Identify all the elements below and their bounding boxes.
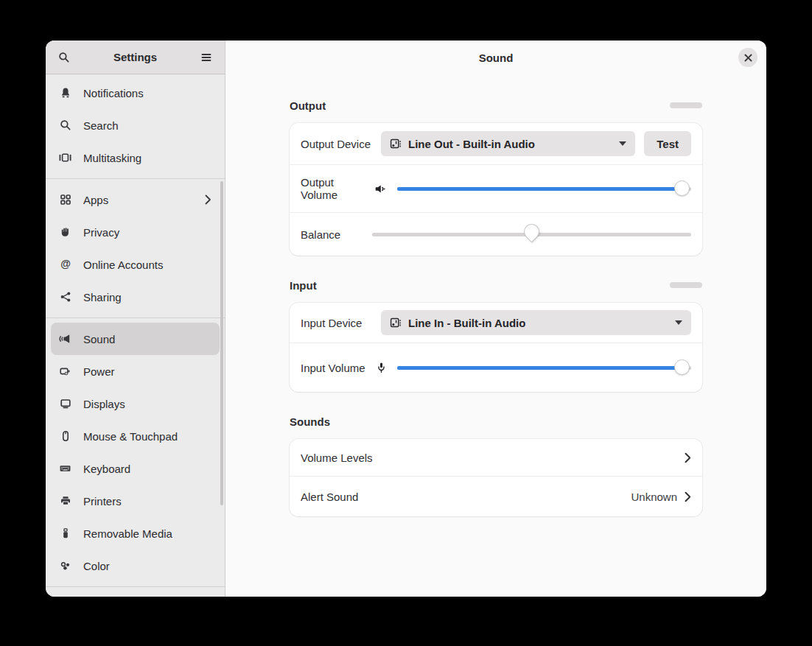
input-device-label: Input Device: [301, 317, 372, 329]
test-button[interactable]: Test: [644, 131, 691, 156]
printer-icon: [59, 495, 71, 508]
color-circles-icon: [59, 560, 71, 572]
close-window-button[interactable]: [738, 48, 757, 67]
sound-settings-content: Output Output Device Line Out - Built-in…: [225, 74, 766, 597]
sidebar-separator: [46, 586, 225, 587]
balance-slider[interactable]: [372, 225, 691, 244]
sidebar-list: Notifications Search Multitasking Ap: [46, 74, 225, 597]
sidebar-item-label: Apps: [83, 194, 193, 206]
at-sign-icon: @: [59, 259, 71, 271]
search-button[interactable]: [53, 46, 75, 69]
bell-icon: [59, 87, 71, 99]
output-device-dropdown[interactable]: Line Out - Built-in Audio: [381, 131, 635, 156]
page-title: Sound: [479, 52, 514, 64]
input-volume-slider[interactable]: [397, 358, 691, 377]
output-volume-slider[interactable]: [397, 179, 691, 198]
sidebar-item-color[interactable]: Color: [51, 550, 220, 582]
sidebar-item-apps[interactable]: Apps: [51, 183, 220, 216]
volume-levels-row[interactable]: Volume Levels: [290, 439, 702, 476]
slider-fill: [397, 366, 682, 370]
input-device-dropdown[interactable]: Line In - Built-in Audio: [381, 310, 691, 335]
sidebar-item-search[interactable]: Search: [51, 109, 220, 141]
audio-card-icon: [390, 138, 402, 150]
sounds-card: Volume Levels Alert Sound Unknown: [290, 439, 702, 516]
slider-fill: [397, 187, 682, 191]
settings-window: Settings Notifications Search: [46, 41, 766, 597]
input-heading: Input: [290, 279, 317, 292]
sidebar-item-label: Privacy: [83, 226, 211, 239]
mouse-icon: [59, 430, 71, 443]
output-level-meter: [670, 102, 702, 108]
usb-stick-icon: [59, 527, 71, 540]
speaker-volume-icon: [372, 183, 390, 195]
sidebar-headerbar: Settings: [46, 41, 225, 74]
chevron-right-icon: [205, 194, 211, 205]
volume-levels-label: Volume Levels: [301, 452, 685, 464]
sidebar-item-label: Mouse & Touchpad: [83, 430, 211, 443]
main-menu-button[interactable]: [195, 46, 217, 69]
microphone-icon: [372, 362, 390, 374]
sidebar-item-removable-media[interactable]: Removable Media: [51, 517, 220, 550]
sidebar-item-privacy[interactable]: Privacy: [51, 216, 220, 248]
close-icon: [744, 54, 752, 62]
output-card: Output Device Line Out - Built-in Audio …: [290, 123, 702, 256]
sidebar-item-printers[interactable]: Printers: [51, 485, 220, 517]
slider-track[interactable]: [397, 187, 691, 191]
sidebar-item-label: Sound: [83, 333, 211, 345]
sidebar-item-keyboard[interactable]: Keyboard: [51, 452, 220, 485]
balance-row: Balance: [290, 213, 702, 256]
sidebar-item-label: Sharing: [83, 291, 211, 303]
hand-icon: [59, 226, 71, 239]
battery-icon: [59, 365, 71, 378]
hamburger-menu-icon: [200, 52, 212, 63]
output-device-row: Output Device Line Out - Built-in Audio …: [290, 123, 702, 164]
sidebar-item-label: Printers: [83, 495, 211, 508]
apps-grid-icon: [59, 194, 71, 206]
sidebar-item-label: Keyboard: [83, 463, 211, 475]
alert-sound-value: Unknown: [631, 491, 677, 503]
output-volume-handle[interactable]: [674, 180, 690, 196]
sidebar-item-online-accounts[interactable]: @ Online Accounts: [51, 248, 220, 281]
caret-down-icon: [619, 141, 626, 146]
sidebar-item-label: Multitasking: [83, 152, 211, 164]
input-card: Input Device Line In - Built-in Audio: [290, 303, 702, 392]
audio-card-icon: [390, 317, 402, 329]
sound-panel: Sound Output Output Device: [225, 41, 766, 597]
sidebar: Settings Notifications Search: [46, 41, 225, 597]
sidebar-separator: [46, 178, 225, 179]
chevron-right-icon: [685, 452, 691, 463]
sidebar-item-label: Displays: [83, 398, 211, 410]
sidebar-item-label: Color: [83, 560, 211, 572]
caret-down-icon: [675, 320, 682, 325]
input-section: Input Input Device Line In - Built-in Au…: [290, 278, 702, 392]
sidebar-item-label: Removable Media: [83, 527, 211, 540]
sidebar-scrollbar[interactable]: [220, 181, 223, 505]
sidebar-item-sharing[interactable]: Sharing: [51, 281, 220, 313]
input-volume-handle[interactable]: [674, 359, 690, 375]
output-section: Output Output Device Line Out - Built-in…: [290, 98, 702, 256]
sidebar-title: Settings: [75, 51, 195, 63]
sidebar-item-notifications[interactable]: Notifications: [51, 77, 220, 109]
output-volume-row: Output Volume: [290, 165, 702, 212]
main-headerbar: Sound: [225, 41, 766, 74]
sidebar-item-displays[interactable]: Displays: [51, 387, 220, 420]
alert-sound-row[interactable]: Alert Sound Unknown: [290, 477, 702, 516]
keyboard-icon: [59, 463, 71, 475]
slider-track[interactable]: [397, 366, 691, 370]
sidebar-item-label: Notifications: [83, 87, 211, 99]
search-icon: [58, 52, 70, 63]
sidebar-item-mouse-touchpad[interactable]: Mouse & Touchpad: [51, 420, 220, 452]
sidebar-item-sound[interactable]: Sound: [51, 323, 220, 355]
balance-handle[interactable]: [520, 221, 542, 243]
monitor-icon: [59, 398, 71, 410]
input-device-row: Input Device Line In - Built-in Audio: [290, 303, 702, 343]
balance-label: Balance: [301, 228, 372, 241]
sidebar-item-label: Power: [83, 365, 211, 378]
sidebar-item-multitasking[interactable]: Multitasking: [51, 141, 220, 174]
input-volume-row: Input Volume: [290, 343, 702, 392]
output-heading: Output: [290, 99, 326, 112]
sidebar-item-power[interactable]: Power: [51, 355, 220, 387]
share-icon: [59, 291, 71, 303]
input-device-value: Line In - Built-in Audio: [408, 317, 525, 329]
sidebar-item-label: Online Accounts: [83, 259, 211, 271]
